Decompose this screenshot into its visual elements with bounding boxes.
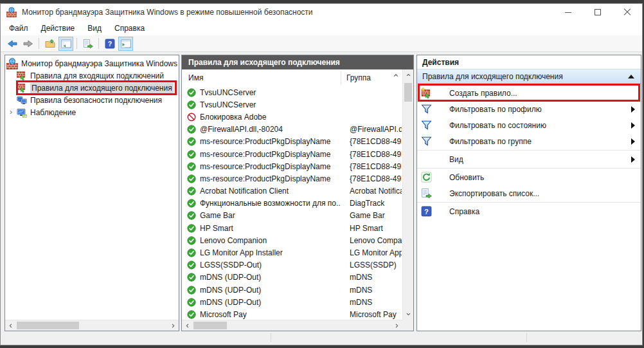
rule-name: TvsuUNCServer (200, 100, 341, 109)
rule-group: {78E1CD88-49E3 (350, 174, 402, 183)
close-button[interactable] (613, 4, 642, 21)
rule-row[interactable]: Блокировка Adobe (182, 111, 402, 123)
back-button[interactable] (4, 37, 19, 51)
menu-action[interactable]: Действие (35, 22, 82, 35)
rule-group: {78E1CD88-49E3 (350, 150, 402, 159)
help-button[interactable] (102, 37, 117, 51)
action-filter-state[interactable]: Фильтровать по состоянию (417, 117, 641, 133)
scrollbar-thumb[interactable] (193, 322, 227, 329)
forward-button[interactable] (21, 37, 35, 51)
rule-row[interactable]: ms-resource:ProductPkgDisplayName {78E1C… (182, 172, 402, 185)
column-name[interactable]: Имя (188, 73, 203, 82)
rule-group: LG Monitor App (350, 248, 402, 257)
minimize-button[interactable] (553, 4, 583, 21)
tree-item-label: Правила для входящих подключений (30, 71, 164, 80)
rule-row[interactable]: ms-resource:ProductPkgDisplayName {78E1C… (182, 136, 402, 148)
show-console-tree-button[interactable] (42, 37, 57, 51)
rule-row[interactable]: Microsoft Pay Microsoft Pay (182, 308, 402, 320)
menu-help[interactable]: Справка (108, 22, 151, 35)
rule-row[interactable]: LGSS(SSDP-Out) LGSS(SSDP) (182, 259, 402, 271)
rule-row[interactable]: Acrobat Notification Client Acrobat Noti… (182, 185, 402, 197)
filter-icon (421, 120, 432, 131)
maximize-button[interactable] (583, 4, 613, 21)
rule-name: ms-resource:ProductPkgDisplayName (200, 150, 341, 159)
menu-file[interactable]: Файл (3, 22, 35, 35)
submenu-arrow-icon (631, 156, 635, 163)
toolbar-separator (76, 38, 77, 49)
action-refresh[interactable]: Обновить (417, 169, 641, 185)
menu-bar: Файл Действие Вид Справка (1, 21, 642, 35)
toolbar-separator (98, 38, 99, 49)
rule-row[interactable]: Game Bar Game Bar (182, 210, 402, 222)
rule-row[interactable]: ms-resource:ProductPkgDisplayName {78E1C… (182, 160, 402, 172)
window-controls (553, 4, 642, 21)
statusbar-separator (271, 333, 271, 342)
actions-section-label: Правила для исходящего подключения (422, 72, 563, 81)
rule-name: ms-resource:ProductPkgDisplayName (200, 137, 341, 146)
scrollbar-thumb[interactable] (404, 83, 412, 102)
allow-icon (187, 125, 196, 134)
action-filter-group[interactable]: Фильтровать по группе (417, 133, 641, 149)
scrollbar-thumb[interactable] (17, 322, 79, 329)
rules-list-pane: Правила для исходящего подключения Имя Г… (181, 55, 414, 331)
list-vertical-scrollbar[interactable] (402, 69, 413, 320)
new-rule-icon (421, 87, 432, 98)
scroll-right-icon[interactable] (391, 320, 402, 331)
rule-row[interactable]: ms-resource:ProductPkgDisplayName {78E1C… (182, 148, 402, 160)
scroll-right-icon[interactable] (168, 320, 179, 331)
action-export-list[interactable]: Экспортировать список... (417, 185, 641, 201)
rule-name: LGSS(SSDP-Out) (200, 261, 341, 270)
action-item-label: Обновить (449, 173, 484, 182)
scroll-left-icon[interactable] (182, 320, 193, 331)
actions-section-header[interactable]: Правила для исходящего подключения (417, 69, 641, 84)
tree-item-outbound-rules[interactable]: Правила для исходящего подключения (5, 82, 179, 94)
filter-icon (421, 136, 432, 147)
rule-row[interactable]: @FirewallAPI.dll,-80204 @FirewallAPI.dll (182, 124, 402, 136)
security-rules-icon (17, 95, 27, 105)
allow-icon (187, 310, 196, 319)
rule-row[interactable]: Lenovo Companion Lenovo Compan (182, 234, 402, 246)
scroll-down-icon[interactable] (403, 309, 414, 320)
tree-item-monitoring[interactable]: › Наблюдение (5, 106, 179, 118)
tree-horizontal-scrollbar[interactable] (5, 320, 179, 331)
rule-row[interactable]: TvsuUNCServer (182, 98, 402, 111)
rule-name: LG Monitor App Installer (200, 248, 341, 257)
rule-row[interactable]: TvsuUNCServer (182, 86, 402, 98)
allow-icon (187, 224, 196, 233)
action-new-rule[interactable]: Создать правило... (417, 85, 641, 101)
action-filter-profile[interactable]: Фильтровать по профилю (417, 101, 641, 117)
rule-row[interactable]: LG Monitor App Installer LG Monitor App (182, 246, 402, 259)
rule-name: Функциональные возможности для по... (200, 199, 341, 208)
expand-chevron-icon[interactable]: › (5, 106, 17, 118)
rule-row[interactable]: mDNS (UDP-Out) mDNS (182, 271, 402, 284)
export-list-button[interactable] (80, 37, 95, 51)
scroll-up-icon[interactable] (393, 72, 399, 78)
list-horizontal-scrollbar[interactable] (182, 320, 402, 331)
action-item-label: Экспортировать список... (449, 189, 539, 198)
forward-arrow-icon (23, 39, 33, 49)
column-separator[interactable] (341, 71, 341, 84)
menu-view[interactable]: Вид (81, 22, 108, 35)
scroll-left-icon[interactable] (5, 320, 16, 331)
column-group[interactable]: Группа (346, 73, 371, 82)
action-view[interactable]: Вид (417, 151, 641, 167)
separator (417, 150, 641, 151)
show-hide-console-tree-button[interactable] (58, 37, 73, 51)
tree-item-inbound-rules[interactable]: Правила для входящих подключений (5, 69, 179, 82)
tree-item-security-rules[interactable]: Правила безопасности подключения (5, 94, 179, 106)
action-item-label: Справка (449, 207, 479, 216)
export-icon (421, 188, 432, 199)
app-window: Монитор брандмауэра Защитника Windows в … (0, 3, 643, 345)
collapse-caret-icon[interactable] (628, 75, 634, 78)
rule-row[interactable]: HP Smart HP Smart (182, 222, 402, 234)
rule-row[interactable]: mDNS (UDP-Out) mDNS (182, 296, 402, 308)
title-bar: Монитор брандмауэра Защитника Windows в … (1, 4, 642, 21)
rule-row[interactable]: Функциональные возможности для по... Dia… (182, 197, 402, 210)
rule-row[interactable]: mDNS (UDP-Out) mDNS (182, 284, 402, 296)
scroll-up-icon[interactable] (403, 69, 414, 80)
action-help[interactable]: Справка (417, 203, 641, 219)
toolbar-separator (39, 38, 39, 49)
tree-item-root[interactable]: Монитор брандмауэра Защитника Windows (5, 57, 179, 69)
firewall-app-icon (6, 7, 17, 17)
show-hide-action-pane-button[interactable] (118, 37, 133, 51)
